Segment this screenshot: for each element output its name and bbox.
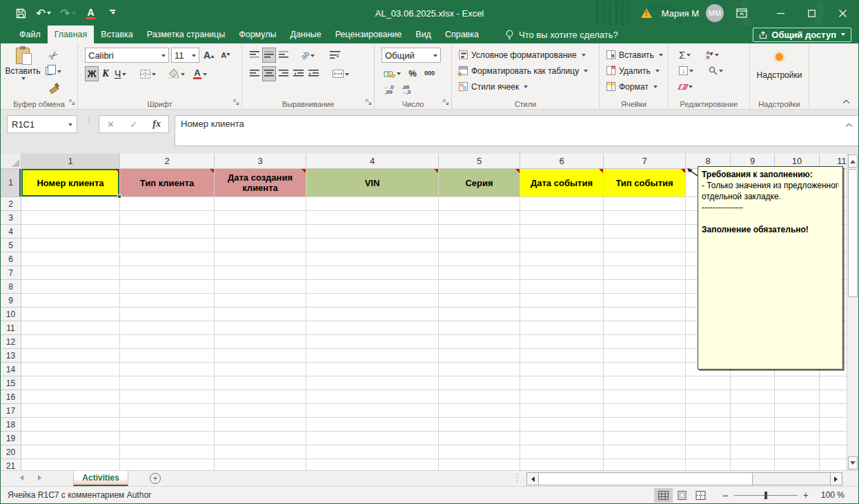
row-header-5[interactable]: 5 [1, 239, 21, 252]
cell-r8c2[interactable] [120, 280, 215, 294]
dialog-launcher-icon[interactable] [69, 97, 75, 108]
cell-r6c1[interactable] [21, 252, 120, 266]
cell-r8c7[interactable] [604, 280, 686, 294]
cell-r19c9[interactable] [731, 432, 775, 445]
cell-r18c5[interactable] [439, 418, 520, 432]
cell-r4c4[interactable] [306, 225, 439, 239]
cell-r18c4[interactable] [306, 418, 439, 432]
cell-r16c8[interactable] [686, 390, 731, 404]
row-header-17[interactable]: 17 [1, 404, 21, 418]
cell-r14c1[interactable] [21, 363, 120, 376]
cell-r7c5[interactable] [439, 266, 520, 280]
cell-r17c7[interactable] [604, 404, 686, 418]
format-painter-button[interactable] [43, 79, 63, 94]
cell-r11c4[interactable] [306, 321, 439, 335]
cell-r15c7[interactable] [604, 376, 686, 390]
tell-me-search[interactable]: Что вы хотите сделать? [505, 26, 618, 43]
page-break-view-button[interactable] [691, 488, 710, 503]
cell-r5c1[interactable] [21, 239, 120, 252]
horizontal-scrollbar[interactable] [526, 472, 842, 485]
row-header-19[interactable]: 19 [1, 432, 21, 445]
cell-r18c6[interactable] [520, 418, 604, 432]
vertical-scrollbar[interactable] [847, 154, 858, 470]
borders-button[interactable] [138, 66, 158, 81]
cell-r21c2[interactable] [120, 459, 215, 470]
cell-r19c6[interactable] [520, 432, 604, 445]
cell-r21c3[interactable] [215, 459, 306, 470]
cell-r19c4[interactable] [306, 432, 439, 445]
sheet-tab-activities[interactable]: Activities [73, 471, 128, 486]
cell-r17c3[interactable] [215, 404, 306, 418]
redo-button[interactable]: ↷ [60, 5, 75, 21]
scroll-left-icon[interactable] [527, 473, 539, 485]
cell-r19c2[interactable] [120, 432, 215, 445]
row-header-12[interactable]: 12 [1, 335, 21, 349]
cell-r8c4[interactable] [306, 280, 439, 294]
cell-r12c2[interactable] [120, 335, 215, 349]
cell-r17c5[interactable] [439, 404, 520, 418]
font-family-combo[interactable]: Calibri [85, 48, 169, 63]
font-color-button[interactable]: A [191, 66, 208, 81]
cell-r12c4[interactable] [306, 335, 439, 349]
cell-r20c3[interactable] [215, 445, 306, 459]
user-name[interactable]: Мария М [662, 8, 699, 19]
cell-r3c1[interactable] [21, 211, 120, 225]
cell-r15c6[interactable] [520, 376, 604, 390]
cell-r15c8[interactable] [686, 376, 731, 390]
increase-decimal-button[interactable]: ←.0,00 [382, 82, 396, 97]
cell-r13c2[interactable] [120, 349, 215, 363]
cell-r14c6[interactable] [520, 363, 604, 376]
zoom-level[interactable]: 100 % [818, 490, 845, 500]
cell-r7c6[interactable] [520, 266, 604, 280]
cell-r2c2[interactable] [120, 197, 215, 211]
cell-r15c10[interactable] [775, 376, 820, 390]
cell-r10c5[interactable] [439, 308, 520, 321]
row-header-11[interactable]: 11 [1, 321, 21, 335]
cut-button[interactable]: ✂ [43, 48, 63, 63]
cell-r6c6[interactable] [520, 252, 604, 266]
autosum-button[interactable]: Σ [677, 48, 693, 63]
formula-bar-splitter[interactable]: ⋮ [85, 119, 93, 122]
cell-r19c1[interactable] [21, 432, 120, 445]
cell-r21c4[interactable] [306, 459, 439, 470]
tab-вид[interactable]: Вид [408, 26, 438, 43]
underline-button[interactable]: Ч [112, 66, 128, 81]
row-header-7[interactable]: 7 [1, 266, 21, 280]
wrap-text-button[interactable] [328, 48, 342, 63]
cells-item-2[interactable]: Формат [606, 79, 667, 94]
cells-item-0[interactable]: Вставить [606, 47, 667, 63]
cell-r21c7[interactable] [604, 459, 686, 470]
cell-r11c3[interactable] [215, 321, 306, 335]
grow-font-button[interactable]: A [201, 48, 217, 63]
cell-r20c1[interactable] [21, 445, 120, 459]
cell-r14c3[interactable] [215, 363, 306, 376]
scroll-down-icon[interactable] [848, 456, 858, 470]
undo-button[interactable]: ↶ [36, 5, 51, 21]
cell-r16c7[interactable] [604, 390, 686, 404]
cell-r3c7[interactable] [604, 211, 686, 225]
cancel-icon[interactable]: ✕ [107, 119, 115, 130]
row-header-4[interactable]: 4 [1, 225, 21, 239]
row-header-6[interactable]: 6 [1, 252, 21, 266]
formula-input[interactable]: Номер клиента [175, 115, 858, 146]
cell-r1c3[interactable]: Дата создания клиента [215, 169, 306, 197]
cell-r16c4[interactable] [306, 390, 439, 404]
cell-r1c5[interactable]: Серия [439, 169, 520, 197]
cell-r20c9[interactable] [731, 445, 775, 459]
row-header-20[interactable]: 20 [1, 445, 21, 459]
cell-r18c2[interactable] [120, 418, 215, 432]
row-header-9[interactable]: 9 [1, 294, 21, 308]
cell-r2c3[interactable] [215, 197, 306, 211]
cell-r13c7[interactable] [604, 349, 686, 363]
maximize-button[interactable] [796, 1, 827, 26]
cell-r4c3[interactable] [215, 225, 306, 239]
cell-r3c2[interactable] [120, 211, 215, 225]
page-layout-view-button[interactable] [673, 488, 691, 503]
find-select-button[interactable] [707, 63, 725, 79]
cell-r9c1[interactable] [21, 294, 120, 308]
percent-style-button[interactable]: % [406, 65, 419, 81]
number-format-combo[interactable]: Общий [382, 48, 441, 63]
cell-r6c5[interactable] [439, 252, 520, 266]
horizontal-scrollbar-thumb[interactable] [539, 473, 753, 485]
cell-r18c9[interactable] [731, 418, 775, 432]
